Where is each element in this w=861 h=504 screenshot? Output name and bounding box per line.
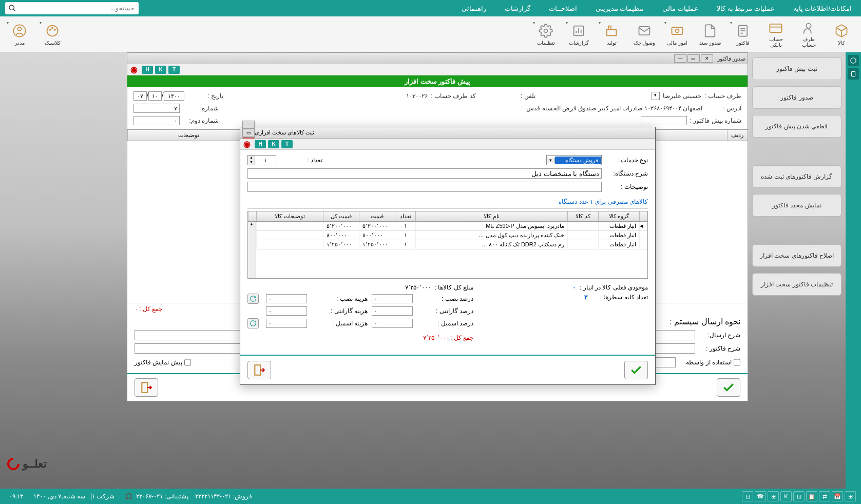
col-row: ردیف	[727, 130, 748, 141]
exit-button[interactable]	[135, 378, 158, 397]
menu-base[interactable]: امکانات/اطلاعات پایه	[789, 2, 856, 15]
assemble-pct-input[interactable]	[372, 319, 413, 328]
service-type-dropdown[interactable]: فروش دستگاه ▾	[546, 155, 602, 165]
date-year-input[interactable]	[164, 91, 184, 101]
date-day-input[interactable]	[133, 91, 147, 101]
sb-icon-3[interactable]: ⇄	[819, 491, 830, 501]
k-button[interactable]: K	[155, 66, 166, 74]
menu-corrections[interactable]: اصلاحــات	[545, 2, 581, 15]
menu-goods-ops[interactable]: عملیات مرتبط به کالا	[713, 2, 779, 15]
minimize-button[interactable]: —	[674, 54, 686, 63]
count-stepper[interactable]: ▲▼	[247, 155, 276, 165]
assemble-pct-label: درصد اسمبل :	[417, 320, 473, 327]
send-method-label: نحوه ارسال سیستم :	[669, 317, 740, 326]
menu-finance-ops[interactable]: عملیات مالی	[658, 2, 702, 15]
address-label: آدرس :	[705, 105, 741, 112]
register-preinvoice-button[interactable]: ثبت پیش فاکتور	[752, 57, 841, 80]
spin-up-icon[interactable]: ▲	[248, 156, 255, 160]
device-desc-input[interactable]	[247, 168, 602, 179]
refresh-install-button[interactable]	[247, 294, 259, 304]
warranty-pct-label: درصد گارانتی :	[417, 307, 473, 315]
strip-btn-1[interactable]	[848, 55, 859, 66]
svg-rect-13	[607, 30, 617, 36]
pre-invoice-no-input[interactable]	[641, 116, 687, 125]
dialog-h-button[interactable]: H	[255, 140, 266, 148]
confirm-button[interactable]	[717, 378, 740, 397]
bank-account-button[interactable]: حساب بانکی	[761, 19, 790, 50]
dropdown-arrow-icon[interactable]: ▾	[652, 92, 660, 100]
dialog-maximize-button[interactable]: ▭	[242, 129, 255, 137]
edit-hardware-invoices-button[interactable]: اصلاح فاکتورهاي سخت افزار	[752, 244, 841, 267]
phone-label: تلفن :	[500, 92, 535, 100]
goods-button[interactable]: کالا	[827, 19, 856, 50]
grid-row[interactable]: انبار قطعات خنک کننده پردازنده دیپ کول م…	[248, 231, 647, 240]
invoice-desc-label: شرح فاکتور :	[699, 345, 740, 352]
strip-btn-2[interactable]	[848, 68, 859, 80]
dialog-exit-button[interactable]	[247, 361, 271, 379]
sb-icon-calendar[interactable]: 📅	[832, 491, 843, 501]
date-month-input[interactable]	[148, 91, 162, 101]
person-icon	[800, 21, 817, 35]
spin-down-icon[interactable]: ▼	[248, 160, 255, 165]
use-broker-checkbox[interactable]	[734, 357, 740, 367]
invoice-button[interactable]: ▾ فاکتور	[729, 19, 757, 50]
install-pct-input[interactable]	[372, 294, 413, 303]
account-party-button[interactable]: طرف حساب	[794, 19, 823, 50]
menu-reports[interactable]: گزارشات	[501, 2, 534, 15]
svg-rect-27	[852, 71, 855, 76]
dialog-minimize-button[interactable]: —	[242, 121, 255, 129]
sb-icon-k[interactable]: K	[780, 491, 792, 501]
grid-row[interactable]: ◄ انبار قطعات مادربرد ایسوس مدل ME Z590-…	[248, 222, 647, 231]
settings-button[interactable]: ▾ تنظیمات	[531, 19, 560, 50]
count-input[interactable]	[255, 157, 276, 163]
number2-input[interactable]	[133, 116, 180, 125]
redisplay-invoice-button[interactable]: نمایش مجدد فاکتور	[752, 194, 841, 217]
finalize-preinvoice-button[interactable]: قطعي شدن پیش فاکتور	[752, 115, 841, 138]
menu-admin-settings[interactable]: تنظیمات مدیریتی	[591, 2, 648, 15]
cheque-button[interactable]: وصول چک	[630, 19, 659, 50]
menu-help[interactable]: راهنمائی	[457, 2, 490, 15]
grid-row[interactable]: انبار قطعات رم دسکتاپ DDR2 تک کاناله ۸۰۰…	[248, 240, 647, 249]
search-icon[interactable]	[8, 4, 16, 12]
number-label: شماره:	[183, 105, 219, 112]
issue-doc-button[interactable]: صدور سند	[696, 19, 724, 50]
close-button[interactable]: ✕	[701, 54, 713, 63]
sb-icon-4[interactable]: 📋	[806, 491, 817, 501]
mcol-name: نام کالا	[415, 211, 567, 221]
grid-scrollbar[interactable]	[248, 222, 256, 278]
assemble-fee-input[interactable]	[266, 319, 307, 328]
notes-input[interactable]	[247, 182, 602, 192]
dialog-confirm-button[interactable]	[624, 361, 648, 379]
admin-button[interactable]: ▾ مدیر	[5, 19, 34, 50]
warranty-pct-input[interactable]	[372, 306, 413, 316]
finance-button[interactable]: ▾ امور مالی	[663, 19, 692, 50]
reports-button[interactable]: ▾ گزارشات	[564, 19, 593, 50]
install-fee-input[interactable]	[266, 294, 307, 303]
sb-icon-1[interactable]: ⊞	[845, 491, 856, 501]
classic-theme-button[interactable]: ▾ کلاسیک	[38, 19, 67, 50]
warranty-fee-input[interactable]	[266, 306, 307, 316]
maximize-button[interactable]: ▭	[687, 54, 700, 63]
production-button[interactable]: ▾ تولید	[597, 19, 626, 50]
dialog-t-button[interactable]: T	[281, 140, 293, 148]
number-input[interactable]	[133, 104, 180, 113]
dialog-k-button[interactable]: K	[268, 140, 279, 148]
brand-circle-icon	[5, 455, 22, 473]
sb-icon-8[interactable]: ☎	[755, 491, 766, 501]
hardware-invoice-settings-button[interactable]: تنظیمات فاکتور سخت افزار	[752, 273, 841, 296]
t-button[interactable]: T	[168, 66, 180, 74]
registered-invoices-report-button[interactable]: گزارش فاکتورهاي ثبت شده	[752, 165, 841, 188]
svg-point-23	[54, 29, 55, 30]
svg-point-21	[49, 29, 50, 30]
sb-icon-9[interactable]: ⊡	[742, 491, 753, 501]
preview-invoice-checkbox[interactable]	[184, 357, 191, 367]
issue-invoice-button[interactable]: صدور فاکتور	[752, 86, 841, 109]
sb-icon-7[interactable]: ⊞	[768, 491, 779, 501]
refresh-assemble-button[interactable]	[247, 318, 259, 328]
send-desc-label: شرح ارسال:	[699, 332, 740, 339]
consumables-grid-body[interactable]: ◄ انبار قطعات مادربرد ایسوس مدل ME Z590-…	[248, 222, 647, 278]
h-button[interactable]: H	[142, 66, 153, 74]
search-input[interactable]	[16, 3, 136, 13]
main-menubar: امکانات/اطلاعات پایه عملیات مرتبط به کال…	[0, 0, 861, 16]
sb-icon-5[interactable]: ⊡	[793, 491, 805, 501]
